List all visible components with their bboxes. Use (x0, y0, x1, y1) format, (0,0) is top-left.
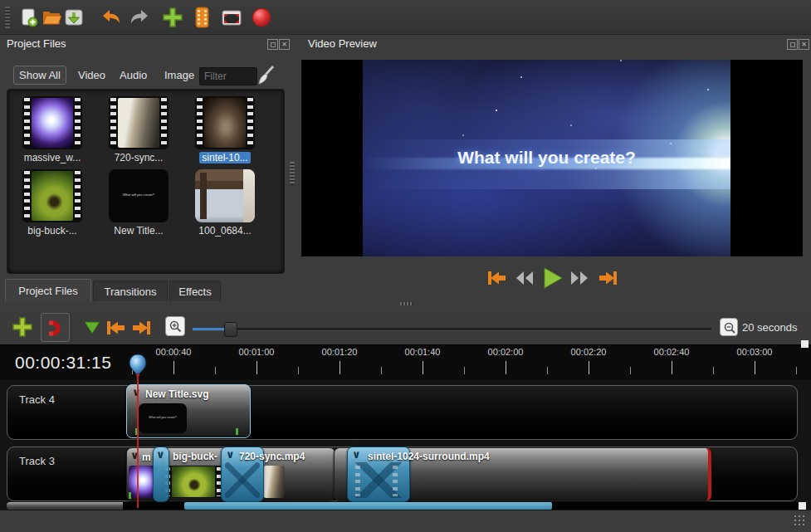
play-icon (541, 266, 564, 290)
project-files-panel-title: Project Files (7, 37, 66, 50)
filter-tab-show-all[interactable]: Show All (13, 66, 66, 85)
snapping-toggle[interactable] (41, 313, 70, 342)
jump-to-end-button[interactable] (597, 268, 618, 288)
clip-label: 720-sync.mp4 (239, 451, 305, 462)
ruler-ticks[interactable]: 00:00:40 00:01:00 00:01:20 00:01:40 00:0… (125, 344, 805, 380)
file-item-massive[interactable]: massive_w... (11, 96, 94, 164)
zoom-in-icon (169, 320, 182, 333)
openshot-window: Project Files ✕ Show All Video Audio Ima… (0, 0, 811, 532)
zoom-in-button[interactable] (165, 316, 185, 336)
zoom-level-label: 20 seconds (742, 321, 798, 334)
next-marker-button[interactable] (130, 318, 152, 338)
file-item-bigbuck[interactable]: big-buck-... (11, 169, 94, 237)
float-preview-icon[interactable] (787, 39, 798, 50)
clip-thumbnail (164, 466, 222, 498)
timeline-left-edge (7, 502, 123, 510)
filter-tab-image[interactable]: Image (159, 66, 199, 84)
add-track-icon (12, 316, 33, 338)
filter-tab-audio[interactable]: Audio (115, 66, 152, 84)
video-frame: What will you create? (363, 60, 730, 256)
file-item-sintel[interactable]: sintel-10... (183, 96, 266, 164)
zoom-out-button[interactable] (720, 318, 738, 336)
clip-new-title[interactable]: ∨ New Title.svg What will you create? (126, 384, 251, 438)
horizontal-splitter-handle[interactable] (400, 302, 413, 305)
filter-input[interactable] (199, 67, 257, 85)
zoom-slider-fill (193, 328, 226, 330)
scroll-corner (801, 340, 809, 348)
playhead-marker[interactable] (128, 354, 148, 378)
undo-button[interactable] (100, 7, 122, 28)
undo-icon (100, 7, 122, 27)
rewind-button[interactable] (515, 269, 535, 287)
transition-chevron[interactable]: ∨ (352, 448, 361, 461)
track-4[interactable]: Track 4 (7, 385, 798, 440)
window-resize-grip[interactable] (794, 515, 807, 528)
current-time-display: 00:00:31:15 (15, 353, 111, 373)
file-thumbnail (22, 169, 82, 222)
clip-thumbnail: What will you create? (139, 403, 187, 433)
save-project-icon (64, 7, 84, 27)
clip-label: m (142, 451, 151, 463)
clear-filter-button[interactable] (256, 64, 276, 85)
add-marker-button[interactable] (83, 320, 101, 335)
previous-marker-icon (105, 318, 127, 338)
ruler-label: 00:00:40 (156, 347, 192, 357)
fast-forward-button[interactable] (569, 269, 589, 287)
ruler-label: 00:02:00 (488, 347, 524, 357)
magnet-icon (46, 318, 66, 338)
playhead-balloon-icon (128, 354, 148, 378)
file-thumbnail (22, 96, 82, 149)
clip-trim-handle-right[interactable] (236, 428, 238, 435)
toolbar-grip[interactable] (5, 7, 10, 28)
play-button[interactable] (541, 266, 564, 290)
file-item-720sync[interactable]: 720-sync... (97, 96, 180, 164)
tab-project-files[interactable]: Project Files (5, 279, 91, 301)
clip-trim-handle-left[interactable] (129, 492, 131, 499)
tab-effects[interactable]: Effects (169, 281, 221, 301)
save-project-button[interactable] (63, 7, 85, 28)
ruler-label: 00:02:40 (654, 347, 690, 357)
float-panel-icon[interactable] (267, 39, 278, 50)
ruler-label: 00:01:20 (322, 347, 358, 357)
tab-transitions[interactable]: Transitions (93, 281, 168, 301)
panel-splitter-handle[interactable] (290, 162, 295, 185)
file-thumbnail (195, 169, 255, 222)
clip-label: big-buck- (173, 451, 217, 462)
jump-to-start-button[interactable] (486, 268, 508, 288)
export-screen-button[interactable] (221, 7, 242, 28)
filter-tab-video[interactable]: Video (73, 66, 110, 84)
new-project-icon (19, 7, 39, 27)
import-files-button[interactable] (162, 7, 183, 28)
transition-chevron[interactable]: ∨ (156, 448, 165, 461)
file-thumbnail (109, 96, 169, 149)
file-item-newtitle[interactable]: What will you create? New Title... (97, 169, 180, 237)
broom-icon (256, 64, 276, 85)
transition-1[interactable]: ∨ (153, 447, 169, 502)
clip-label: New Title.svg (145, 388, 208, 400)
add-marker-icon (83, 320, 101, 335)
scrollbar-end-button[interactable] (799, 502, 806, 510)
ruler-label: 00:01:00 (239, 347, 275, 357)
zoom-slider-handle[interactable] (224, 322, 237, 337)
add-track-button[interactable] (12, 316, 33, 338)
horizontal-scrollbar-thumb[interactable] (184, 502, 552, 510)
open-project-icon (42, 7, 61, 27)
record-button[interactable] (251, 7, 272, 28)
file-label: New Title... (111, 225, 165, 237)
transition-chevron[interactable]: ∨ (226, 448, 235, 461)
choose-profile-button[interactable] (192, 7, 213, 28)
playhead-line (137, 373, 139, 508)
track-name: Track 4 (19, 393, 55, 406)
video-preview-display: What will you create? (301, 60, 803, 256)
close-preview-icon[interactable]: ✕ (799, 39, 809, 50)
redo-button[interactable] (129, 7, 150, 28)
open-project-button[interactable] (41, 7, 62, 28)
zoom-slider-track[interactable] (193, 328, 711, 331)
file-label: 100_0684... (196, 225, 253, 237)
close-panel-icon[interactable]: ✕ (279, 39, 290, 50)
new-project-button[interactable] (18, 7, 40, 28)
file-item-photo[interactable]: 100_0684... (183, 169, 266, 237)
next-marker-icon (130, 318, 152, 338)
previous-marker-button[interactable] (105, 318, 127, 338)
redo-icon (129, 7, 150, 27)
